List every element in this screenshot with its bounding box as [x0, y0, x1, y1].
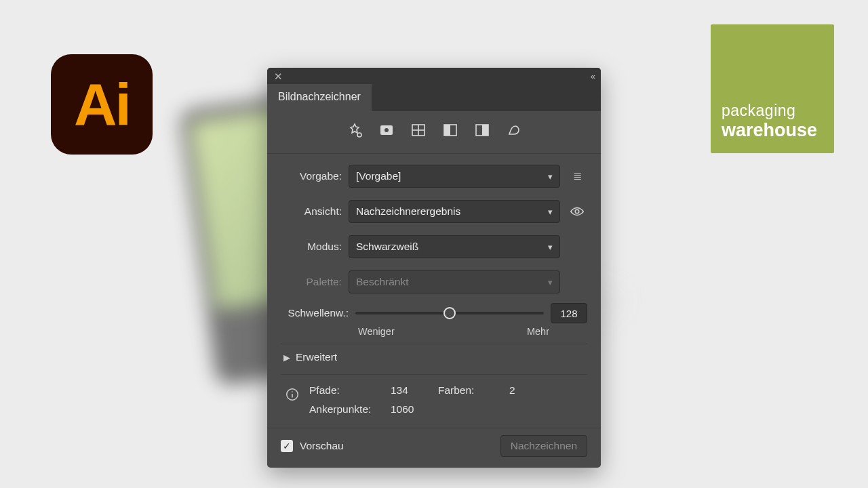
illustrator-logo-text: Ai	[74, 70, 130, 139]
threshold-max-label: Mehr	[527, 326, 549, 337]
svg-point-13	[292, 391, 292, 392]
chevron-down-icon: ▾	[548, 171, 553, 182]
preview-checkbox[interactable]: ✓	[281, 440, 293, 452]
chevron-down-icon: ▾	[548, 277, 553, 287]
collapse-icon[interactable]: «	[591, 71, 594, 81]
low-color-icon[interactable]	[410, 122, 427, 141]
advanced-label: Erweitert	[296, 351, 337, 363]
black-white-icon[interactable]	[474, 122, 490, 141]
view-dropdown[interactable]: Nachzeichnerergebnis ▾	[349, 200, 560, 223]
pw-logo-line1: packaging	[722, 102, 823, 120]
view-value: Nachzeichnerergebnis	[356, 205, 460, 218]
paths-label: Pfade:	[309, 384, 391, 396]
panel-tab-label: Bildnachzeichner	[278, 91, 361, 102]
close-icon[interactable]: ✕	[274, 71, 283, 81]
panel-tab[interactable]: Bildnachzeichner	[267, 84, 372, 111]
pw-logo-line2: warehouse	[722, 120, 823, 141]
visibility-icon[interactable]	[567, 204, 587, 219]
chevron-down-icon: ▾	[548, 207, 553, 217]
anchors-label: Ankerpunkte:	[309, 403, 391, 415]
preset-icon-row	[267, 111, 601, 154]
chevron-down-icon: ▾	[548, 242, 553, 252]
triangle-right-icon: ▶	[283, 352, 290, 363]
threshold-value: 128	[560, 308, 577, 319]
mode-value: Schwarzweiß	[356, 241, 418, 253]
threshold-slider[interactable]	[355, 312, 544, 314]
preset-menu-icon[interactable]: ≣	[567, 170, 587, 182]
svg-rect-7	[444, 125, 450, 136]
svg-rect-9	[482, 125, 488, 136]
packaging-warehouse-logo: packaging warehouse	[711, 24, 834, 153]
preview-label: Vorschau	[300, 440, 344, 452]
palette-dropdown: Beschränkt ▾	[349, 270, 560, 293]
preset-value: [Vorgabe]	[356, 170, 401, 182]
preset-label: Vorgabe:	[281, 170, 342, 182]
palette-value: Beschränkt	[356, 276, 409, 288]
svg-point-2	[384, 128, 389, 132]
threshold-min-label: Weniger	[358, 326, 395, 337]
trace-button[interactable]: Nachzeichnen	[500, 435, 587, 457]
grayscale-icon[interactable]	[442, 122, 458, 141]
colors-label: Farben:	[438, 384, 509, 396]
threshold-input[interactable]: 128	[551, 303, 587, 323]
palette-label: Palette:	[281, 276, 342, 288]
view-label: Ansicht:	[281, 205, 342, 218]
mode-dropdown[interactable]: Schwarzweiß ▾	[349, 235, 560, 258]
trace-button-label: Nachzeichnen	[511, 440, 577, 451]
mode-label: Modus:	[281, 241, 342, 253]
advanced-toggle[interactable]: ▶ Erweitert	[281, 344, 587, 375]
paths-value: 134	[391, 384, 438, 396]
svg-point-10	[575, 209, 579, 214]
panel-titlebar[interactable]: ✕ «	[267, 68, 601, 84]
colors-value: 2	[509, 384, 530, 396]
preset-dropdown[interactable]: [Vorgabe] ▾	[349, 165, 560, 188]
outline-icon[interactable]	[506, 122, 522, 141]
illustrator-logo: Ai	[51, 54, 153, 155]
auto-color-icon[interactable]	[347, 122, 363, 141]
info-icon	[285, 384, 300, 415]
high-color-icon[interactable]	[378, 122, 395, 141]
slider-thumb[interactable]	[443, 307, 456, 319]
anchors-value: 1060	[391, 403, 438, 415]
threshold-label: Schwellenw.:	[281, 307, 349, 319]
svg-point-0	[357, 133, 361, 137]
image-trace-panel: ✕ « Bildnachzeichner Vorgabe: [Vorgabe] …	[267, 68, 601, 468]
